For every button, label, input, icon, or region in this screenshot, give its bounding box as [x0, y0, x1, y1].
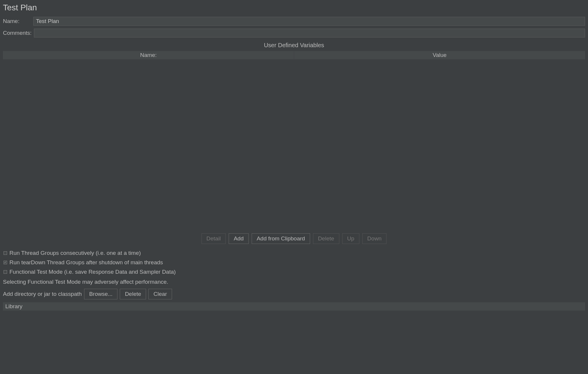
comments-label: Comments:: [3, 30, 32, 36]
down-button[interactable]: Down: [362, 233, 387, 244]
clear-button[interactable]: Clear: [148, 289, 172, 299]
detail-button[interactable]: Detail: [202, 233, 226, 244]
column-header-value[interactable]: Value: [294, 51, 585, 59]
browse-button[interactable]: Browse...: [84, 289, 117, 299]
functional-mode-note: Selecting Functional Test Mode may adver…: [3, 279, 585, 285]
run-consecutively-label: Run Thread Groups consecutively (i.e. on…: [9, 250, 141, 256]
column-header-name[interactable]: Name:: [3, 51, 294, 59]
comments-input[interactable]: [34, 29, 585, 37]
name-input[interactable]: [33, 17, 585, 26]
variables-table: Name: Value: [3, 51, 585, 229]
up-button[interactable]: Up: [342, 233, 359, 244]
variables-table-body[interactable]: [3, 59, 585, 229]
run-consecutively-checkbox[interactable]: [4, 251, 7, 255]
classpath-delete-button[interactable]: Delete: [120, 289, 146, 299]
add-button[interactable]: Add: [229, 233, 249, 244]
teardown-label: Run tearDown Thread Groups after shutdow…: [9, 259, 163, 266]
panel-title: Test Plan: [3, 3, 585, 12]
functional-mode-checkbox[interactable]: [4, 270, 7, 274]
teardown-checkbox[interactable]: ✓: [4, 261, 7, 264]
name-label: Name:: [3, 18, 31, 24]
library-column-header[interactable]: Library: [3, 302, 585, 311]
classpath-label: Add directory or jar to classpath: [3, 291, 82, 297]
functional-mode-label: Functional Test Mode (i.e. save Response…: [9, 269, 176, 275]
add-from-clipboard-button[interactable]: Add from Clipboard: [252, 233, 310, 244]
variables-section-title: User Defined Variables: [3, 42, 585, 49]
delete-button[interactable]: Delete: [313, 233, 339, 244]
